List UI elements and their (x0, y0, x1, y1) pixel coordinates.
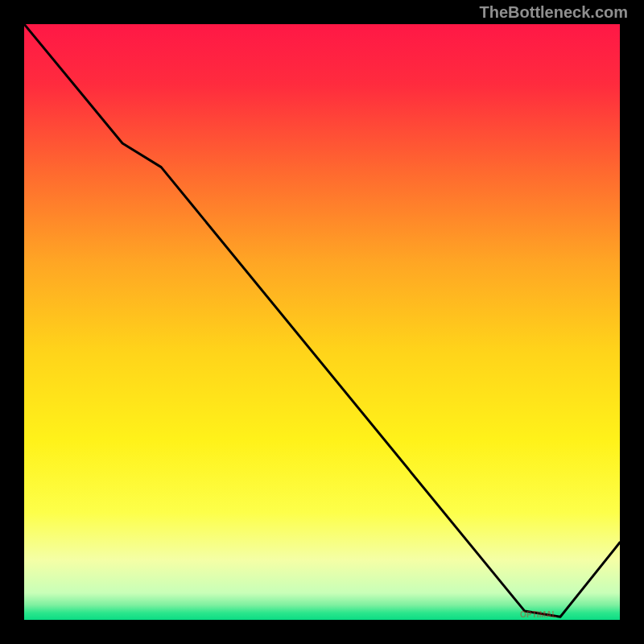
chart-area: OPTIMAL (24, 24, 620, 620)
bottleneck-curve (24, 24, 620, 620)
attribution-text: TheBottleneck.com (480, 3, 628, 22)
chart-container: TheBottleneck.com OPTIMAL (0, 0, 644, 644)
optimal-band-label: OPTIMAL (520, 610, 557, 619)
